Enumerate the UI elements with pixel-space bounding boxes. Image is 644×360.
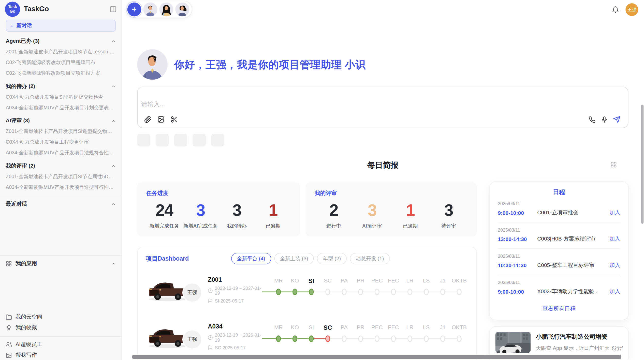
schedule-item: 2025/03/11 10:30-11:30 C005-整车工程目标评审 加入	[498, 249, 620, 275]
image-icon[interactable]	[157, 116, 165, 123]
section-header[interactable]: AI评审 (3)	[6, 115, 116, 126]
section-header[interactable]: 我的评审 (2)	[6, 160, 116, 171]
project-owner-badge: 王强	[182, 329, 202, 349]
sidebar-item-cloud-space[interactable]: 我的云空间	[6, 312, 116, 322]
milestone-label: SI	[309, 324, 314, 332]
app-link[interactable]	[17, 280, 116, 290]
project-row[interactable]: 王强 Z001 2023-12-19 ~ 2027-01-19	[146, 268, 468, 311]
filter-chip[interactable]: 动总开发 (1)	[350, 253, 390, 264]
recent-conversation-item[interactable]	[6, 209, 116, 220]
schedule-meeting-title: C005-整车工程目标评审	[537, 262, 605, 269]
conversation-item[interactable]: A034-全新新能源MUV产品开发项目计划变更表编写	[6, 102, 116, 113]
conversation-item[interactable]: Z001-全新燃油轻卡产品开发项目SI造型提交物评审	[6, 126, 116, 137]
chevron-up-icon	[111, 84, 116, 88]
stat: 1 已逾期	[391, 200, 430, 230]
recent-conversation-item[interactable]	[6, 220, 116, 231]
conversation-item[interactable]: C02-飞腾新能源轻客改款项目里程碑画布	[6, 57, 116, 68]
card-title: 我的评审	[315, 190, 468, 197]
phone-icon[interactable]	[589, 116, 595, 123]
stat-label: 待评审	[430, 222, 468, 229]
section-header[interactable]: Agent已办 (3)	[6, 36, 116, 46]
milestone-dot	[375, 335, 379, 342]
schedule-date: 2025/03/11	[498, 280, 620, 285]
mic-icon[interactable]	[601, 116, 608, 123]
send-icon[interactable]	[613, 116, 621, 123]
help-write-label: 帮我写作	[16, 351, 37, 359]
join-link[interactable]: 加入	[609, 262, 620, 269]
milestone-label: FEC	[388, 277, 399, 285]
filter-chip[interactable]: 全新上装 (3)	[274, 253, 314, 264]
app-link[interactable]	[17, 290, 116, 301]
conversation-item[interactable]: C0X4-动力总成开发项目工程变更评审	[6, 137, 116, 147]
milestone-dot	[440, 335, 445, 342]
join-link[interactable]: 加入	[609, 288, 620, 295]
scissors-icon[interactable]	[170, 116, 178, 123]
suggestion-chip[interactable]	[156, 134, 169, 146]
left-column: 任务进度 24 新增完成任务 3	[137, 182, 477, 360]
milestone-dot	[292, 335, 297, 342]
vertical-scrollbar[interactable]	[641, 105, 644, 224]
sidebar-scroll: Agent已办 (3) Z001-全新燃油皮卡产品开发项目SI节点Lesson …	[0, 36, 122, 360]
project-owner-badge: 王强	[182, 283, 202, 303]
user-avatar[interactable]: 王强	[625, 3, 638, 16]
section-header[interactable]: 我的待办 (2)	[6, 81, 116, 92]
milestone-label: OKTB	[452, 324, 467, 332]
agent-avatar-1[interactable]	[143, 3, 157, 17]
conversation-item[interactable]: A034-全新新能源MUV产品开发项目造型可行性评审	[6, 182, 116, 192]
recent-conversation-item[interactable]	[6, 231, 116, 242]
conversation-item[interactable]: A034-全新新能源MUV产品开发项目法规符合性评审	[6, 147, 116, 158]
collapse-sidebar-icon[interactable]	[110, 6, 116, 12]
join-link[interactable]: 加入	[609, 235, 620, 243]
sidebar-item-my-apps[interactable]: 我的应用	[6, 258, 116, 269]
view-all-schedule-link[interactable]: 查看所有日程	[498, 301, 620, 315]
milestone-dot	[342, 335, 347, 342]
app-link[interactable]	[17, 269, 116, 280]
grid-icon[interactable]	[610, 161, 617, 168]
suggestion-chip[interactable]	[193, 134, 206, 146]
agent-avatar-2[interactable]	[159, 3, 173, 17]
conversation-item[interactable]: Z001-全新燃油皮卡产品开发项目SI节点Lesson Learn报告	[6, 46, 116, 57]
milestone-label: MR	[274, 324, 283, 332]
chevron-up-icon	[111, 39, 116, 43]
join-link[interactable]: 加入	[609, 209, 620, 216]
content: 你好，王强，我是你的项目管理助理 小识 每日简报	[122, 49, 644, 360]
award-icon	[6, 324, 12, 331]
sidebar: Task Go TaskGo + 新对话 Agent已办 (3)	[0, 0, 122, 360]
stat-value: 3	[430, 200, 468, 220]
sidebar-item-ai-super-staff[interactable]: AI超级员工	[6, 339, 116, 350]
suggestion-chip[interactable]	[137, 134, 150, 146]
section-header-recent[interactable]: 最近对话	[6, 199, 116, 209]
suggestion-chip[interactable]	[174, 134, 187, 146]
recent-conversation-item[interactable]	[6, 242, 116, 252]
milestone-label: SC	[324, 277, 331, 285]
conversation-item[interactable]: C0X4-动力总成开发项目SI里程碑提交物检查	[6, 92, 116, 102]
milestone-label: PR	[357, 324, 364, 332]
schedule-meeting-title: C001-立项审批会	[537, 209, 605, 216]
milestone: KO	[287, 277, 303, 302]
new-chat-button[interactable]: + 新对话	[6, 20, 116, 32]
milestone: KO	[287, 324, 303, 349]
news-title: 小鹏飞行汽车制造公司增资	[536, 333, 623, 341]
sidebar-item-favorites[interactable]: 我的收藏	[6, 322, 116, 333]
message-input[interactable]	[141, 90, 624, 110]
paperclip-icon[interactable]	[144, 116, 152, 123]
project-row[interactable]: 王强 A034 2023-12-19 ~ 2026-01-19	[146, 314, 468, 358]
conversation-item[interactable]: C02-飞腾新能源轻客改款项目立项汇报方案	[6, 68, 116, 78]
suggestion-chip[interactable]	[211, 134, 224, 146]
briefing-title: 每日简报	[137, 160, 628, 171]
card-title: 任务进度	[146, 190, 291, 197]
add-agent-button[interactable]: +	[127, 3, 141, 17]
milestone-dot	[391, 335, 396, 342]
main-area: + 王强 你好，王强，我是你的项目管理	[122, 0, 644, 360]
stat-label: 我的待办	[219, 222, 255, 229]
bell-icon[interactable]	[612, 6, 619, 13]
filter-chip[interactable]: 全新平台 (4)	[231, 253, 271, 264]
app-link[interactable]	[17, 301, 116, 312]
topbar: + 王强	[122, 0, 644, 19]
filter-chip[interactable]: 年型 (2)	[317, 253, 347, 264]
sidebar-item-help-write[interactable]: 帮我写作	[6, 350, 116, 360]
right-column: 日程 2025/03/11 9:00-10:00 C001-立项审批会 加入	[489, 182, 629, 360]
agent-avatar-3[interactable]	[175, 3, 189, 17]
horizontal-scrollbar[interactable]	[132, 355, 621, 359]
conversation-item[interactable]: Z001-全新燃油轻卡产品开发项目SI节点属性5D文件评审	[6, 171, 116, 182]
